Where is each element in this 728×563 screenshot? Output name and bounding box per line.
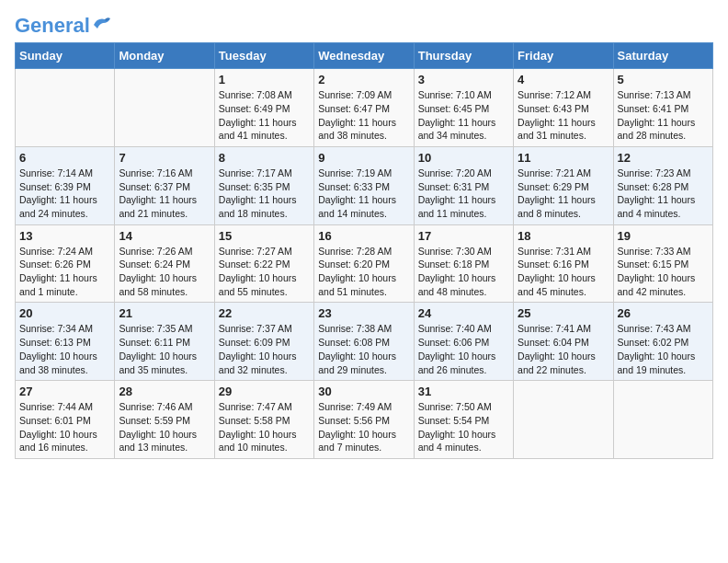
calendar-week-row: 27Sunrise: 7:44 AMSunset: 6:01 PMDayligh… [16,381,713,459]
weekday-header-sunday: Sunday [16,43,115,69]
day-info: Sunrise: 7:34 AMSunset: 6:13 PMDaylight:… [19,322,110,376]
day-number: 16 [318,229,409,243]
day-number: 28 [119,385,210,398]
day-info: Sunrise: 7:37 AMSunset: 6:09 PMDaylight:… [219,322,310,376]
calendar-cell: 24Sunrise: 7:40 AMSunset: 6:06 PMDayligh… [414,303,513,381]
calendar-week-row: 1Sunrise: 7:08 AMSunset: 6:49 PMDaylight… [16,69,713,147]
day-number: 29 [219,385,310,398]
day-info: Sunrise: 7:08 AMSunset: 6:49 PMDaylight:… [219,88,310,143]
calendar-cell: 25Sunrise: 7:41 AMSunset: 6:04 PMDayligh… [514,303,613,381]
day-number: 19 [618,229,709,243]
day-info: Sunrise: 7:21 AMSunset: 6:29 PMDaylight:… [518,167,609,221]
calendar-cell: 13Sunrise: 7:24 AMSunset: 6:26 PMDayligh… [16,224,115,303]
calendar-cell: 11Sunrise: 7:21 AMSunset: 6:29 PMDayligh… [514,146,613,224]
day-number: 13 [19,229,110,243]
weekday-header-wednesday: Wednesday [314,43,414,69]
day-number: 27 [19,385,110,398]
day-info: Sunrise: 7:23 AMSunset: 6:28 PMDaylight:… [618,167,709,221]
day-info: Sunrise: 7:19 AMSunset: 6:33 PMDaylight:… [318,167,409,221]
calendar-cell: 17Sunrise: 7:30 AMSunset: 6:18 PMDayligh… [414,224,513,303]
day-info: Sunrise: 7:28 AMSunset: 6:20 PMDaylight:… [318,245,409,299]
day-info: Sunrise: 7:43 AMSunset: 6:02 PMDaylight:… [618,322,709,376]
day-number: 7 [119,151,210,165]
day-number: 18 [518,229,609,243]
calendar-cell [16,69,115,147]
calendar-cell: 19Sunrise: 7:33 AMSunset: 6:15 PMDayligh… [613,224,712,303]
weekday-header-friday: Friday [514,43,613,69]
weekday-header-monday: Monday [115,43,214,69]
calendar-cell: 3Sunrise: 7:10 AMSunset: 6:45 PMDaylight… [414,69,513,147]
day-info: Sunrise: 7:12 AMSunset: 6:43 PMDaylight:… [518,88,609,143]
calendar-cell: 18Sunrise: 7:31 AMSunset: 6:16 PMDayligh… [514,224,613,303]
day-number: 11 [518,151,609,165]
calendar-cell: 6Sunrise: 7:14 AMSunset: 6:39 PMDaylight… [16,146,115,224]
day-info: Sunrise: 7:46 AMSunset: 5:59 PMDaylight:… [119,400,210,454]
page-container: General SundayMondayTuesdayWednesdayThur… [0,0,728,468]
page-header: General [15,15,713,33]
day-number: 24 [418,306,509,320]
day-number: 9 [318,151,409,165]
day-number: 4 [518,73,609,86]
day-info: Sunrise: 7:24 AMSunset: 6:26 PMDaylight:… [19,245,110,299]
day-number: 30 [318,385,409,398]
calendar-cell: 28Sunrise: 7:46 AMSunset: 5:59 PMDayligh… [115,381,214,459]
day-number: 1 [219,73,310,86]
day-info: Sunrise: 7:26 AMSunset: 6:24 PMDaylight:… [119,245,210,299]
day-info: Sunrise: 7:20 AMSunset: 6:31 PMDaylight:… [418,167,509,221]
day-info: Sunrise: 7:40 AMSunset: 6:06 PMDaylight:… [418,322,509,376]
weekday-header-saturday: Saturday [613,43,712,69]
day-info: Sunrise: 7:41 AMSunset: 6:04 PMDaylight:… [518,322,609,376]
logo-text: General [15,15,90,37]
day-info: Sunrise: 7:14 AMSunset: 6:39 PMDaylight:… [19,167,110,221]
calendar-cell [514,381,613,459]
day-info: Sunrise: 7:09 AMSunset: 6:47 PMDaylight:… [318,88,409,143]
logo-general: General [15,14,90,37]
calendar-cell: 5Sunrise: 7:13 AMSunset: 6:41 PMDaylight… [613,69,712,147]
logo-bird-icon [92,16,112,32]
weekday-header-tuesday: Tuesday [214,43,313,69]
day-number: 15 [219,229,310,243]
calendar-week-row: 20Sunrise: 7:34 AMSunset: 6:13 PMDayligh… [16,303,713,381]
calendar-week-row: 13Sunrise: 7:24 AMSunset: 6:26 PMDayligh… [16,224,713,303]
calendar-cell [115,69,214,147]
day-info: Sunrise: 7:31 AMSunset: 6:16 PMDaylight:… [518,245,609,299]
day-info: Sunrise: 7:13 AMSunset: 6:41 PMDaylight:… [618,88,709,143]
calendar-cell: 7Sunrise: 7:16 AMSunset: 6:37 PMDaylight… [115,146,214,224]
day-number: 23 [318,306,409,320]
day-number: 17 [418,229,509,243]
day-number: 3 [418,73,509,86]
day-number: 2 [318,73,409,86]
calendar-cell: 10Sunrise: 7:20 AMSunset: 6:31 PMDayligh… [414,146,513,224]
calendar-cell: 22Sunrise: 7:37 AMSunset: 6:09 PMDayligh… [214,303,313,381]
calendar-cell: 12Sunrise: 7:23 AMSunset: 6:28 PMDayligh… [613,146,712,224]
calendar-cell: 21Sunrise: 7:35 AMSunset: 6:11 PMDayligh… [115,303,214,381]
day-info: Sunrise: 7:27 AMSunset: 6:22 PMDaylight:… [219,245,310,299]
day-info: Sunrise: 7:16 AMSunset: 6:37 PMDaylight:… [119,167,210,221]
day-number: 14 [119,229,210,243]
day-info: Sunrise: 7:38 AMSunset: 6:08 PMDaylight:… [318,322,409,376]
calendar-cell: 20Sunrise: 7:34 AMSunset: 6:13 PMDayligh… [16,303,115,381]
calendar-cell: 23Sunrise: 7:38 AMSunset: 6:08 PMDayligh… [314,303,414,381]
calendar-cell: 8Sunrise: 7:17 AMSunset: 6:35 PMDaylight… [214,146,313,224]
day-number: 20 [19,306,110,320]
calendar-cell: 31Sunrise: 7:50 AMSunset: 5:54 PMDayligh… [414,381,513,459]
day-info: Sunrise: 7:33 AMSunset: 6:15 PMDaylight:… [618,245,709,299]
day-info: Sunrise: 7:35 AMSunset: 6:11 PMDaylight:… [119,322,210,376]
day-info: Sunrise: 7:30 AMSunset: 6:18 PMDaylight:… [418,245,509,299]
day-info: Sunrise: 7:44 AMSunset: 6:01 PMDaylight:… [19,400,110,454]
day-number: 31 [418,385,509,398]
weekday-header-thursday: Thursday [414,43,513,69]
calendar-cell: 26Sunrise: 7:43 AMSunset: 6:02 PMDayligh… [613,303,712,381]
calendar-week-row: 6Sunrise: 7:14 AMSunset: 6:39 PMDaylight… [16,146,713,224]
calendar-table: SundayMondayTuesdayWednesdayThursdayFrid… [15,42,713,459]
calendar-cell: 4Sunrise: 7:12 AMSunset: 6:43 PMDaylight… [514,69,613,147]
day-number: 22 [219,306,310,320]
calendar-cell: 27Sunrise: 7:44 AMSunset: 6:01 PMDayligh… [16,381,115,459]
day-number: 5 [618,73,709,86]
day-number: 21 [119,306,210,320]
calendar-cell [613,381,712,459]
day-number: 8 [219,151,310,165]
calendar-cell: 1Sunrise: 7:08 AMSunset: 6:49 PMDaylight… [214,69,313,147]
day-info: Sunrise: 7:17 AMSunset: 6:35 PMDaylight:… [219,167,310,221]
day-number: 25 [518,306,609,320]
